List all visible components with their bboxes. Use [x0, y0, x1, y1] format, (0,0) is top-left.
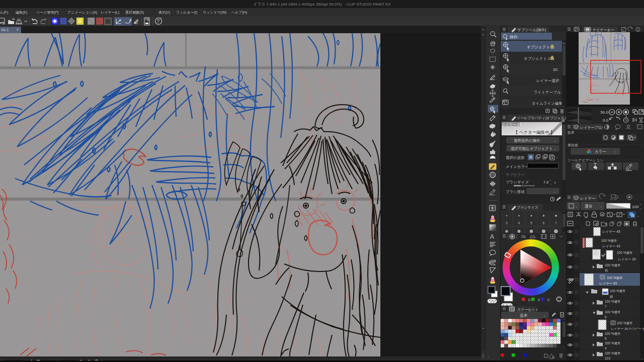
svg-text:選択可能なオブジェクト: 選択可能なオブジェクト — [511, 146, 553, 151]
svg-text:123: 123 — [605, 356, 610, 360]
svg-text:0: 0 — [547, 298, 549, 302]
svg-text:⌄: ⌄ — [562, 197, 565, 200]
svg-text:線: 線 — [609, 295, 613, 298]
svg-text:【 ベクター編集中 】: 【 ベクター編集中 】 — [514, 130, 555, 135]
svg-text:⌄: ⌄ — [556, 156, 558, 159]
svg-text:レイヤー 61: レイヤー 61 — [502, 123, 521, 126]
svg-text:50.0: 50.0 — [600, 110, 608, 115]
svg-text:選択の追加: 選択の追加 — [506, 155, 525, 160]
svg-text:レイヤー: レイヤー — [580, 196, 596, 201]
svg-text:ブラシサイズ: ブラシサイズ — [506, 180, 529, 185]
svg-text:7: 7 — [555, 221, 557, 225]
svg-text:メインカラー: メインカラー — [506, 164, 529, 169]
svg-text:ライトテーブル: ライトテーブル — [534, 90, 561, 95]
svg-text:サブツール[操作]: サブツール[操作] — [517, 28, 546, 32]
svg-text:5: 5 — [530, 221, 532, 225]
svg-text:100 %通常: 100 %通常 — [605, 332, 620, 335]
svg-text:⌄: ⌄ — [614, 150, 617, 153]
svg-text:⌄: ⌄ — [562, 105, 565, 108]
svg-text:0: 0 — [528, 298, 530, 302]
svg-text:0: 0 — [538, 298, 540, 302]
svg-text:⌃: ⌃ — [562, 319, 565, 322]
svg-text:3: 3 — [506, 221, 508, 225]
svg-text:レイヤー選択: レイヤー選択 — [536, 78, 559, 83]
svg-text:レイヤー 29 のコピー 3: レイヤー 29 のコピー 3 — [611, 327, 644, 330]
svg-text:4: 4 — [605, 346, 607, 350]
svg-text:100 %通常: 100 %通常 — [605, 310, 620, 314]
svg-text:⌄: ⌄ — [562, 344, 565, 347]
svg-text:オブジェクト 2: オブジェクト 2 — [524, 56, 550, 61]
svg-text:レイヤー 43: レイヤー 43 — [602, 244, 620, 248]
svg-text:A: A — [490, 233, 495, 240]
svg-text:100 %通常: 100 %通常 — [610, 289, 625, 293]
svg-text:サブカラー: サブカラー — [506, 172, 525, 177]
svg-text:⌄: ⌄ — [543, 314, 546, 317]
svg-text:透明箇所の操作: 透明箇所の操作 — [514, 138, 540, 143]
svg-text:4: 4 — [518, 221, 520, 225]
svg-text:効果: 効果 — [567, 131, 575, 134]
svg-text:⌄: ⌄ — [637, 214, 639, 217]
svg-text:カラーセット: カラーセット — [517, 308, 539, 311]
svg-text:ツールプロパティ[オブジェクト]: ツールプロパティ[オブジェクト] — [517, 116, 566, 120]
svg-text:ナビゲーター: ナビゲーター — [593, 28, 614, 32]
svg-text:⌄: ⌄ — [553, 147, 556, 150]
svg-text:100 %通常: 100 %通常 — [605, 341, 620, 345]
svg-text:ブラシサイズ: ブラシサイズ — [517, 206, 539, 209]
svg-text:⌃: ⌃ — [562, 42, 565, 45]
svg-text:オブジェクト: オブジェクト — [527, 45, 550, 49]
svg-text:7.0: 7.0 — [543, 180, 548, 185]
svg-text:7: 7 — [605, 305, 607, 308]
svg-text:レイヤープロパ: レイヤープロパ — [580, 126, 606, 129]
svg-text:0.0: 0.0 — [603, 118, 609, 123]
svg-text:⌄: ⌄ — [562, 230, 565, 233]
svg-text:⌄: ⌄ — [640, 357, 643, 360]
svg-text:カラー: カラー — [595, 149, 606, 154]
svg-text:⌄: ⌄ — [549, 182, 552, 185]
svg-text:操作: 操作 — [510, 35, 518, 39]
svg-text:⌄: ⌄ — [600, 205, 602, 208]
svg-text:基本: 基本 — [520, 313, 528, 318]
svg-text:⌃: ⌃ — [562, 211, 565, 214]
svg-text:100 %通常: 100 %通常 — [605, 300, 620, 303]
svg-text:⌄: ⌄ — [553, 190, 556, 193]
svg-text:6: 6 — [605, 315, 607, 319]
svg-text:レイヤー 39: レイヤー 39 — [618, 257, 636, 261]
svg-text:6: 6 — [543, 221, 545, 225]
svg-text:ツールナビゲーション: ツールナビゲーション — [568, 158, 603, 162]
svg-text:5: 5 — [605, 337, 607, 340]
svg-text:色: 色 — [605, 268, 608, 272]
svg-text:100 %通常: 100 %通常 — [601, 239, 617, 242]
svg-text:3D: 3D — [553, 67, 558, 72]
svg-text:⌄: ⌄ — [639, 207, 642, 210]
svg-text:⌄: ⌄ — [553, 139, 556, 142]
svg-text:レイヤー 48: レイヤー 48 — [602, 230, 620, 233]
svg-text:100 %通常: 100 %通常 — [605, 351, 620, 355]
svg-text:100 %通常: 100 %通常 — [617, 321, 632, 325]
svg-text:⌄: ⌄ — [575, 205, 578, 208]
svg-text:レイヤー 61: レイヤー 61 — [599, 282, 617, 285]
svg-text:⌄: ⌄ — [487, 354, 490, 358]
svg-text:100 %通常: 100 %通常 — [605, 263, 620, 267]
svg-text:100 %通常: 100 %通常 — [607, 276, 622, 280]
svg-text:100: 100 — [632, 205, 639, 209]
svg-text:?: ? — [157, 19, 160, 24]
svg-text:»: » — [554, 181, 556, 185]
svg-text:ブラシ形状: ブラシ形状 — [506, 190, 525, 194]
svg-text:表現色: 表現色 — [568, 143, 578, 147]
svg-text:タイムライン編集: タイムライン編集 — [532, 101, 563, 106]
svg-text:通常: 通常 — [585, 204, 593, 209]
svg-text:⌃: ⌃ — [562, 122, 565, 125]
svg-text:100 %通常: 100 %通常 — [617, 251, 632, 254]
